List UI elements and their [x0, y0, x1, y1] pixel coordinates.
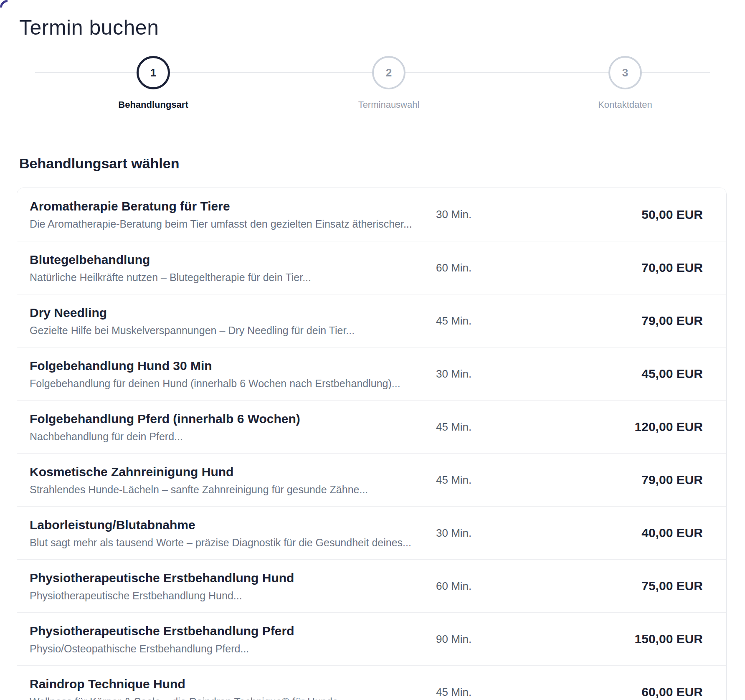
service-duration: 30 Min. — [436, 527, 536, 540]
service-title: Blutegelbehandlung — [30, 252, 428, 268]
step-1-number: 1 — [150, 66, 156, 79]
service-duration: 45 Min. — [436, 421, 536, 434]
section-heading: Behandlungsart wählen — [19, 155, 728, 172]
service-list: Aromatherapie Beratung für Tiere Die Aro… — [17, 188, 727, 700]
service-title: Laborleistung/Blutabnahme — [30, 517, 428, 533]
service-description: Natürliche Heilkräfte nutzen – Blutegelt… — [30, 271, 428, 284]
service-row[interactable]: Raindrop Technique Hund Wellness für Kör… — [17, 665, 726, 700]
page-title: Termin buchen — [19, 15, 728, 40]
service-info: Aromatherapie Beratung für Tiere Die Aro… — [30, 198, 436, 231]
service-info: Folgebehandlung Hund 30 Min Folgebehandl… — [30, 358, 436, 390]
service-row[interactable]: Dry Needling Gezielte Hilfe bei Muskelve… — [17, 294, 726, 347]
service-row[interactable]: Laborleistung/Blutabnahme Blut sagt mehr… — [17, 506, 726, 559]
service-description: Strahlendes Hunde-Lächeln – sanfte Zahnr… — [30, 483, 428, 496]
step-2-number: 2 — [386, 66, 392, 79]
service-duration: 30 Min. — [436, 368, 536, 380]
service-duration: 90 Min. — [436, 633, 536, 646]
service-price: 45,00 EUR — [536, 367, 703, 381]
service-price: 150,00 EUR — [536, 632, 703, 646]
service-description: Folgebehandlung für deinen Hund (innerha… — [30, 377, 428, 390]
service-row[interactable]: Folgebehandlung Pferd (innerhalb 6 Woche… — [17, 400, 726, 453]
service-info: Kosmetische Zahnreinigung Hund Strahlend… — [30, 464, 436, 496]
service-description: Blut sagt mehr als tausend Worte – präzi… — [30, 536, 428, 549]
service-description: Wellness für Körper & Seele – die Raindr… — [30, 695, 428, 700]
service-price: 75,00 EUR — [536, 579, 703, 593]
step-1-label: Behandlungsart — [118, 99, 188, 110]
service-title: Folgebehandlung Pferd (innerhalb 6 Woche… — [30, 411, 428, 427]
service-info: Physiotherapeutische Erstbehandlung Pfer… — [30, 623, 436, 655]
service-title: Raindrop Technique Hund — [30, 676, 428, 692]
service-price: 120,00 EUR — [536, 420, 703, 434]
service-row[interactable]: Aromatherapie Beratung für Tiere Die Aro… — [17, 188, 726, 241]
step-2-indicator: 2 — [372, 56, 405, 89]
service-price: 79,00 EUR — [536, 314, 703, 328]
service-title: Physiotherapeutische Erstbehandlung Pfer… — [30, 623, 428, 639]
service-description: Physiotherapeutische Erstbehandlung Hund… — [30, 589, 428, 602]
service-title: Folgebehandlung Hund 30 Min — [30, 358, 428, 374]
service-price: 70,00 EUR — [536, 261, 703, 275]
service-title: Kosmetische Zahnreinigung Hund — [30, 464, 428, 480]
service-row[interactable]: Physiotherapeutische Erstbehandlung Hund… — [17, 559, 726, 612]
booking-stepper: 1 2 3 Behandlungsart Terminauswahl Konta… — [17, 40, 728, 115]
service-description: Nachbehandlung für dein Pferd... — [30, 430, 428, 443]
booking-widget: Termin buchen 1 2 3 Behandlungsart Termi… — [0, 0, 745, 700]
service-info: Folgebehandlung Pferd (innerhalb 6 Woche… — [30, 411, 436, 443]
service-row[interactable]: Folgebehandlung Hund 30 Min Folgebehandl… — [17, 347, 726, 400]
service-duration: 45 Min. — [436, 314, 536, 327]
service-price: 40,00 EUR — [536, 526, 703, 540]
service-description: Die Aromatherapie-Beratung beim Tier umf… — [30, 217, 428, 231]
service-row[interactable]: Physiotherapeutische Erstbehandlung Pfer… — [17, 612, 726, 665]
service-price: 60,00 EUR — [536, 685, 703, 699]
service-description: Gezielte Hilfe bei Muskelverspannungen –… — [30, 324, 428, 337]
step-3-label: Kontaktdaten — [598, 99, 652, 110]
service-row[interactable]: Kosmetische Zahnreinigung Hund Strahlend… — [17, 453, 726, 506]
service-price: 50,00 EUR — [536, 208, 703, 222]
service-duration: 30 Min. — [436, 208, 536, 221]
service-title: Physiotherapeutische Erstbehandlung Hund — [30, 570, 428, 586]
service-title: Dry Needling — [30, 305, 428, 321]
service-info: Raindrop Technique Hund Wellness für Kör… — [30, 676, 436, 700]
step-3-number: 3 — [622, 66, 628, 79]
service-info: Dry Needling Gezielte Hilfe bei Muskelve… — [30, 305, 436, 337]
service-title: Aromatherapie Beratung für Tiere — [30, 198, 428, 214]
service-price: 79,00 EUR — [536, 473, 703, 487]
service-duration: 45 Min. — [436, 474, 536, 487]
service-info: Laborleistung/Blutabnahme Blut sagt mehr… — [30, 517, 436, 549]
step-2-label: Terminauswahl — [358, 99, 420, 110]
service-row[interactable]: Blutegelbehandlung Natürliche Heilkräfte… — [17, 241, 726, 294]
service-duration: 60 Min. — [436, 261, 536, 274]
service-duration: 60 Min. — [436, 580, 536, 593]
service-info: Blutegelbehandlung Natürliche Heilkräfte… — [30, 252, 436, 284]
service-info: Physiotherapeutische Erstbehandlung Hund… — [30, 570, 436, 602]
step-3-indicator: 3 — [608, 56, 642, 89]
service-duration: 45 Min. — [436, 686, 536, 699]
service-description: Physio/Osteopathische Erstbehandlung Pfe… — [30, 642, 428, 655]
step-1-indicator: 1 — [137, 56, 170, 89]
